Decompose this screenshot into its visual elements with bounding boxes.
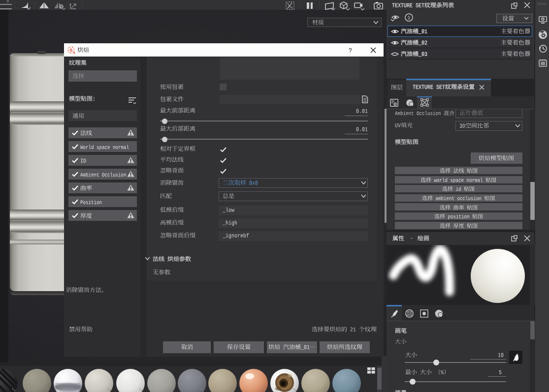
svg-text:S: S <box>69 47 72 53</box>
svg-text:1: 1 <box>407 15 410 21</box>
